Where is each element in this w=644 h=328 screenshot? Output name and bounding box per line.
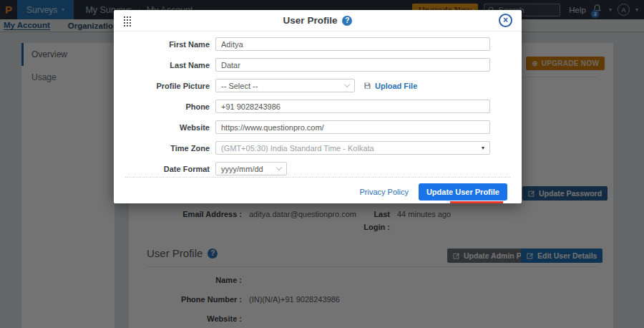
drag-handle-icon[interactable] (123, 16, 131, 26)
phone-field[interactable] (215, 100, 490, 113)
upload-file-link[interactable]: Upload File (364, 82, 417, 90)
update-user-profile-button[interactable]: Update User Profile (419, 183, 507, 201)
first-name-label: First Name (145, 40, 210, 49)
profile-picture-selected-value: -- Select -- (221, 82, 258, 90)
first-name-row: First Name (145, 37, 490, 51)
profile-picture-select[interactable]: -- Select -- (215, 79, 355, 92)
modal-footer: Privacy Policy Update User Profile (114, 178, 522, 201)
time-zone-select[interactable]: (GMT+05:30) India Standard Time - Kolkat… (215, 141, 490, 155)
last-name-row: Last Name (145, 58, 490, 72)
modal-title: User Profile ? (283, 15, 353, 26)
profile-picture-row: Profile Picture -- Select -- Upload File (145, 79, 490, 92)
help-circle-icon[interactable]: ? (342, 16, 352, 26)
modal-header: User Profile ? × (114, 10, 522, 32)
chevron-down-icon (276, 165, 282, 170)
modal-body: First Name Last Name Profile Picture -- … (114, 32, 522, 178)
time-zone-row: Time Zone (GMT+05:30) India Standard Tim… (145, 141, 490, 155)
date-format-row: Date Format yyyy/mm/dd (145, 162, 490, 175)
date-format-select[interactable]: yyyy/mm/dd (215, 162, 287, 175)
profile-picture-label: Profile Picture (145, 82, 210, 90)
date-format-selected-value: yyyy/mm/dd (221, 165, 263, 173)
upload-file-label: Upload File (375, 82, 417, 90)
app-screen: P Surveys ▾ My Surveys › My Account Upgr… (0, 0, 644, 328)
modal-title-text: User Profile (283, 15, 338, 26)
chevron-down-icon (344, 82, 350, 87)
caret-down-icon: ▾ (482, 145, 484, 151)
close-icon[interactable]: × (499, 14, 512, 27)
date-format-label: Date Format (145, 165, 210, 173)
first-name-field[interactable] (215, 37, 490, 51)
phone-row: Phone (145, 100, 490, 113)
website-field[interactable] (215, 120, 490, 134)
privacy-policy-link[interactable]: Privacy Policy (359, 188, 408, 196)
last-name-field[interactable] (215, 58, 490, 72)
time-zone-label: Time Zone (145, 144, 210, 153)
phone-label: Phone (145, 102, 210, 111)
website-row: Website (145, 120, 490, 134)
time-zone-selected-value: (GMT+05:30) India Standard Time - Kolkat… (221, 144, 374, 153)
annotation-underline (450, 201, 503, 203)
website-label: Website (145, 123, 210, 132)
last-name-label: Last Name (145, 61, 210, 69)
upload-file-icon (364, 82, 371, 90)
user-profile-modal: User Profile ? × First Name Last Name Pr… (114, 10, 522, 203)
